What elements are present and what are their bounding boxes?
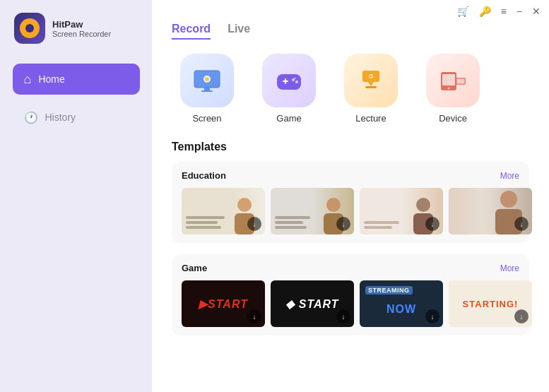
svg-point-26	[416, 198, 430, 212]
svg-point-10	[295, 81, 298, 83]
template-group-game: Game More ▶START ↓ ◆ START ↓	[172, 254, 529, 335]
mode-screen[interactable]: Screen	[172, 54, 242, 124]
svg-point-3	[205, 77, 209, 81]
download-badge-edu2[interactable]: ↓	[336, 217, 350, 231]
education-thumbnails: ↓	[182, 188, 519, 234]
brand: HitPaw Screen Recorder	[0, 13, 111, 44]
edu-template-3[interactable]: ↓	[360, 188, 443, 234]
game-now-text: NOW	[386, 303, 416, 316]
game-icon	[273, 65, 305, 96]
edu-template-2[interactable]: ↓	[271, 188, 354, 234]
templates-title: Templates	[172, 141, 529, 153]
templates-section: Templates Education More	[152, 141, 549, 347]
svg-rect-4	[204, 88, 210, 90]
game-template-3[interactable]: STREAMING NOW ↓	[360, 280, 443, 327]
download-badge-edu4[interactable]: ↓	[514, 217, 529, 231]
main-content: Record Live Screen	[152, 0, 549, 392]
svg-marker-13	[368, 82, 374, 86]
education-group-header: Education More	[182, 170, 519, 181]
download-badge-edu1[interactable]: ↓	[247, 217, 261, 231]
download-badge-game1[interactable]: ↓	[247, 309, 261, 323]
lecture-label: Lecture	[355, 113, 386, 124]
menu-icon[interactable]: ≡	[501, 6, 507, 17]
home-label: Home	[38, 73, 64, 85]
game-template-1[interactable]: ▶START ↓	[182, 280, 265, 327]
brand-name: HitPaw	[52, 19, 111, 30]
download-badge-game2[interactable]: ↓	[336, 309, 350, 323]
lecture-icon-wrap	[344, 54, 398, 107]
tab-live[interactable]: Live	[228, 23, 250, 40]
download-badge-game3[interactable]: ↓	[425, 309, 439, 323]
edu-template-4[interactable]: ↓	[449, 188, 532, 234]
brand-logo-inner	[20, 18, 40, 38]
mode-device[interactable]: Device	[418, 54, 488, 124]
svg-rect-18	[442, 74, 455, 85]
svg-point-24	[326, 198, 341, 212]
template-group-education: Education More	[172, 162, 529, 243]
minimize-button[interactable]: −	[516, 6, 522, 17]
game-icon-wrap	[262, 54, 316, 107]
screen-icon	[191, 65, 223, 96]
edu-template-1[interactable]: ↓	[182, 188, 265, 234]
device-icon	[437, 65, 468, 96]
svg-rect-14	[365, 86, 377, 88]
tab-record[interactable]: Record	[172, 23, 211, 40]
streaming-badge: STREAMING	[365, 286, 413, 295]
game-starting-text: STARTING!	[463, 299, 519, 309]
device-icon-wrap	[426, 54, 480, 107]
game-group-header: Game More	[182, 263, 519, 273]
cart-icon[interactable]: 🛒	[457, 6, 469, 17]
history-icon: 🕐	[24, 111, 38, 124]
game-thumbnails: ▶START ↓ ◆ START ↓ STREAMING NOW	[182, 280, 519, 327]
brand-text: HitPaw Screen Recorder	[52, 19, 111, 38]
download-badge-edu3[interactable]: ↓	[425, 217, 439, 231]
game-template-2[interactable]: ◆ START ↓	[271, 280, 354, 327]
tab-bar: Record Live	[152, 23, 549, 40]
download-badge-game4[interactable]: ↓	[514, 309, 529, 323]
game-start-text-2: ◆ START	[285, 297, 338, 311]
brand-logo	[14, 13, 45, 44]
sidebar-item-home[interactable]: ⌂ Home	[13, 64, 140, 95]
home-icon: ⌂	[24, 72, 32, 87]
game-more[interactable]: More	[500, 263, 519, 273]
svg-point-28	[500, 191, 517, 208]
history-label: History	[45, 112, 76, 123]
lecture-icon	[355, 65, 386, 96]
svg-point-11	[294, 78, 295, 79]
svg-point-19	[448, 88, 450, 90]
svg-rect-8	[285, 78, 286, 84]
mode-game[interactable]: Game	[254, 54, 324, 124]
key-icon[interactable]: 🔑	[479, 6, 491, 17]
education-group-name: Education	[182, 170, 226, 181]
game-start-text-1: ▶START	[199, 297, 248, 311]
svg-rect-21	[457, 79, 465, 84]
game-label: Game	[276, 113, 301, 124]
close-button[interactable]: ✕	[532, 6, 541, 17]
device-label: Device	[439, 113, 467, 124]
game-group-name: Game	[182, 263, 207, 273]
brand-subtitle: Screen Recorder	[52, 30, 111, 38]
education-more[interactable]: More	[500, 171, 519, 181]
title-bar: 🛒 🔑 ≡ − ✕	[153, 0, 549, 23]
mode-lecture[interactable]: Lecture	[336, 54, 406, 124]
svg-point-9	[292, 78, 295, 81]
screen-icon-wrap	[180, 54, 234, 107]
svg-point-22	[237, 198, 252, 212]
record-modes: Screen Game	[152, 54, 549, 124]
sidebar-item-history[interactable]: 🕐 History	[13, 103, 140, 131]
game-template-4[interactable]: STARTING! ↓	[449, 280, 532, 327]
screen-label: Screen	[192, 113, 221, 124]
svg-rect-5	[201, 90, 213, 92]
sidebar: HitPaw Screen Recorder ⌂ Home 🕐 History	[0, 0, 152, 392]
